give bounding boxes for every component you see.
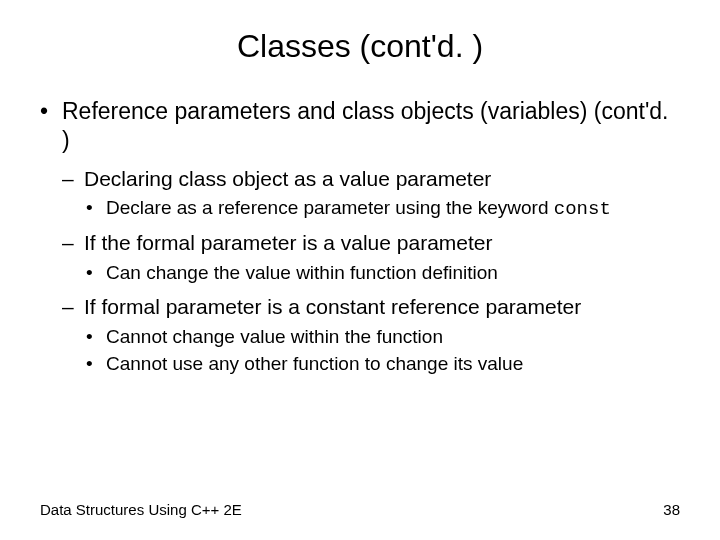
slide: Classes (cont'd. ) Reference parameters … bbox=[0, 0, 720, 540]
bullet-level3: Declare as a reference parameter using t… bbox=[84, 196, 680, 222]
code-keyword: const bbox=[554, 198, 611, 220]
bullet-level3: Can change the value within function def… bbox=[84, 261, 680, 286]
bullet-text: Can change the value within function def… bbox=[106, 262, 498, 283]
bullet-text: Reference parameters and class objects (… bbox=[62, 98, 669, 153]
bullet-level3: Cannot use any other function to change … bbox=[84, 352, 680, 377]
bullet-level2: If formal parameter is a constant refere… bbox=[62, 293, 680, 377]
bullet-text: If formal parameter is a constant refere… bbox=[84, 295, 581, 318]
bullet-text: Cannot use any other function to change … bbox=[106, 353, 523, 374]
bullet-list: Reference parameters and class objects (… bbox=[40, 97, 680, 377]
bullet-text: If the formal parameter is a value param… bbox=[84, 231, 493, 254]
bullet-text: Cannot change value within the function bbox=[106, 326, 443, 347]
bullet-level2: If the formal parameter is a value param… bbox=[62, 229, 680, 285]
bullet-sublist: Can change the value within function def… bbox=[84, 261, 680, 286]
bullet-sublist: Declare as a reference parameter using t… bbox=[84, 196, 680, 222]
bullet-sublist: Declaring class object as a value parame… bbox=[62, 165, 680, 378]
bullet-level2: Declaring class object as a value parame… bbox=[62, 165, 680, 222]
slide-title: Classes (cont'd. ) bbox=[40, 28, 680, 65]
bullet-sublist: Cannot change value within the function … bbox=[84, 325, 680, 377]
bullet-level3: Cannot change value within the function bbox=[84, 325, 680, 350]
page-number: 38 bbox=[663, 501, 680, 518]
slide-footer: Data Structures Using C++ 2E 38 bbox=[40, 501, 680, 518]
bullet-level1: Reference parameters and class objects (… bbox=[40, 97, 680, 377]
bullet-text: Declare as a reference parameter using t… bbox=[106, 197, 554, 218]
bullet-text: Declaring class object as a value parame… bbox=[84, 167, 491, 190]
footer-left: Data Structures Using C++ 2E bbox=[40, 501, 242, 518]
